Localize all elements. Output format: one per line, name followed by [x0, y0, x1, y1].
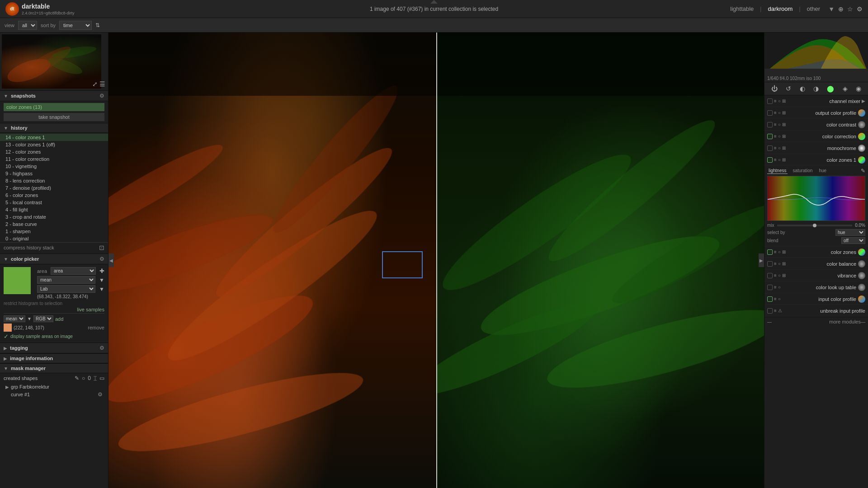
cz1-icon3[interactable]: ⊞: [782, 157, 786, 162]
live-samples-btn[interactable]: live samples: [77, 307, 104, 312]
vib-icon3[interactable]: ⊞: [782, 273, 786, 278]
cc-icon3[interactable]: ⊞: [782, 122, 786, 127]
blend-select[interactable]: off normal: [841, 237, 865, 244]
nav-other[interactable]: other: [804, 5, 823, 13]
history-item-13[interactable]: 13 - color zones 1 (off): [0, 141, 108, 148]
history-item-0[interactable]: 0 - original: [0, 235, 108, 242]
overexpose-icon[interactable]: ◑: [812, 84, 820, 93]
take-snapshot-button[interactable]: take snapshot: [4, 113, 104, 121]
ocp-label[interactable]: output color profile: [787, 110, 856, 116]
star-icon[interactable]: ☆: [847, 5, 853, 13]
mean-down-icon[interactable]: ▼: [99, 277, 104, 283]
channel-mixer-label[interactable]: channel mixer: [787, 99, 860, 104]
cb-icon2[interactable]: ○: [778, 261, 781, 266]
cz-icon3[interactable]: ⊞: [782, 249, 786, 254]
vib-enable[interactable]: [767, 273, 773, 278]
cz1-icon2[interactable]: ○: [778, 157, 781, 162]
ccor-icon1[interactable]: ≡: [774, 134, 777, 139]
color-pick-icon[interactable]: ✚: [99, 267, 104, 274]
zero-icon[interactable]: 0: [88, 375, 91, 381]
history-item-2[interactable]: 2 - base curve: [0, 221, 108, 228]
display-sample-label[interactable]: display sample areas on image: [10, 334, 73, 339]
mean-select[interactable]: mean min max: [37, 276, 95, 284]
softproof-icon[interactable]: ◉: [855, 84, 862, 93]
sample-color-select[interactable]: RGB Lab: [33, 315, 53, 322]
select-by-select[interactable]: hue saturation lightness: [835, 229, 865, 236]
history-item-14[interactable]: 14 - color zones 1: [0, 134, 108, 141]
ccor-enable[interactable]: [767, 134, 773, 139]
history-header[interactable]: ▼ history: [0, 123, 108, 133]
adjust-icon[interactable]: ◐: [799, 84, 806, 93]
cb-icon1[interactable]: ≡: [774, 261, 777, 266]
cz1-label[interactable]: color zones 1: [787, 157, 856, 163]
mask-settings-icon[interactable]: ⚙: [98, 391, 103, 398]
tagging-gear[interactable]: ⚙: [99, 345, 104, 351]
sample-mode-select[interactable]: mean min max: [4, 315, 25, 322]
nav-lighttable[interactable]: lighttable: [727, 5, 756, 13]
mono-enable[interactable]: [767, 145, 773, 151]
tagging-header[interactable]: ▶ tagging ⚙: [0, 343, 108, 353]
power-icon[interactable]: ⏻: [770, 84, 778, 93]
add-sample-btn[interactable]: add: [55, 316, 63, 322]
cz-label[interactable]: color zones: [787, 249, 856, 255]
color-picker-gear[interactable]: ⚙: [99, 256, 104, 262]
ocp-icon3[interactable]: ⊞: [782, 110, 786, 115]
cz-tab-hue[interactable]: hue: [817, 168, 828, 174]
color-zones-grid[interactable]: [767, 176, 865, 221]
channel-mixer-icon3[interactable]: ⊞: [782, 99, 786, 103]
clut-icon1[interactable]: ≡: [774, 285, 777, 290]
uip-icon1[interactable]: ≡: [774, 308, 777, 313]
mix-slider[interactable]: [777, 225, 853, 226]
zoom-icon[interactable]: ⊕: [838, 5, 844, 13]
gamut-icon[interactable]: ◈: [842, 84, 849, 93]
history-item-1[interactable]: 1 - sharpen: [0, 228, 108, 235]
uip-enable[interactable]: [767, 308, 773, 314]
refresh-icon[interactable]: ↺: [785, 84, 792, 93]
cc-icon1[interactable]: ≡: [774, 122, 777, 127]
history-item-10[interactable]: 10 - vignetting: [0, 163, 108, 170]
nav-darkroom[interactable]: darkroom: [765, 5, 795, 13]
icp-icon1[interactable]: ≡: [774, 296, 777, 301]
cc-label[interactable]: color contrast: [787, 122, 856, 127]
clut-enable[interactable]: [767, 285, 773, 290]
uip-label[interactable]: unbreak input profile: [783, 308, 865, 314]
area-select[interactable]: area: [51, 267, 96, 275]
color-picker-header[interactable]: ▼ color picker ⚙: [0, 253, 108, 264]
top-arrow-up[interactable]: [430, 0, 438, 4]
cb-icon3[interactable]: ⊞: [782, 261, 786, 266]
history-item-7[interactable]: 7 - denoise (profiled): [0, 184, 108, 192]
vib-icon1[interactable]: ≡: [774, 273, 777, 278]
circle-icon[interactable]: ○: [82, 375, 85, 381]
color-icon[interactable]: ⬤: [826, 84, 835, 93]
ccor-icon3[interactable]: ⊞: [782, 134, 786, 139]
mix-handle[interactable]: [813, 224, 816, 227]
snapshot-item[interactable]: color zones (13): [4, 103, 104, 111]
history-item-5[interactable]: 5 - local contrast: [0, 199, 108, 206]
history-item-12[interactable]: 12 - color zones: [0, 148, 108, 155]
history-item-4[interactable]: 4 - fill light: [0, 206, 108, 213]
uip-icon2[interactable]: ⚠: [778, 308, 782, 313]
right-panel-toggle[interactable]: ▶: [759, 253, 764, 267]
more-modules-btn[interactable]: more modules: [829, 319, 861, 324]
thumb-nav-btn[interactable]: ☰: [99, 80, 105, 88]
lab-select[interactable]: Lab RGB HSL: [37, 285, 95, 293]
split-line[interactable]: [436, 33, 437, 488]
mask-item-grp[interactable]: ▶ grp Farbkorrektur: [4, 383, 104, 390]
sort-order-icon[interactable]: ⇅: [95, 22, 100, 28]
remove-sample-btn[interactable]: remove: [88, 325, 104, 330]
channel-mixer-enable[interactable]: [767, 99, 773, 104]
ocp-icon1[interactable]: ≡: [774, 110, 777, 115]
cz-icon1[interactable]: ≡: [774, 249, 777, 254]
cz-icon2[interactable]: ○: [778, 249, 781, 254]
vib-label[interactable]: vibrance: [787, 273, 856, 278]
path-icon[interactable]: ⌶: [94, 375, 97, 381]
history-item-9[interactable]: 9 - highpass: [0, 170, 108, 177]
mono-icon3[interactable]: ⊞: [782, 145, 786, 150]
snapshots-gear[interactable]: ⚙: [99, 93, 104, 99]
cc-icon2[interactable]: ○: [778, 122, 781, 127]
pencil-icon[interactable]: ✎: [75, 375, 79, 381]
history-item-8[interactable]: 8 - lens correction: [0, 177, 108, 184]
mono-icon1[interactable]: ≡: [774, 145, 777, 150]
ocp-enable[interactable]: [767, 110, 773, 116]
ocp-icon2[interactable]: ○: [778, 110, 781, 115]
